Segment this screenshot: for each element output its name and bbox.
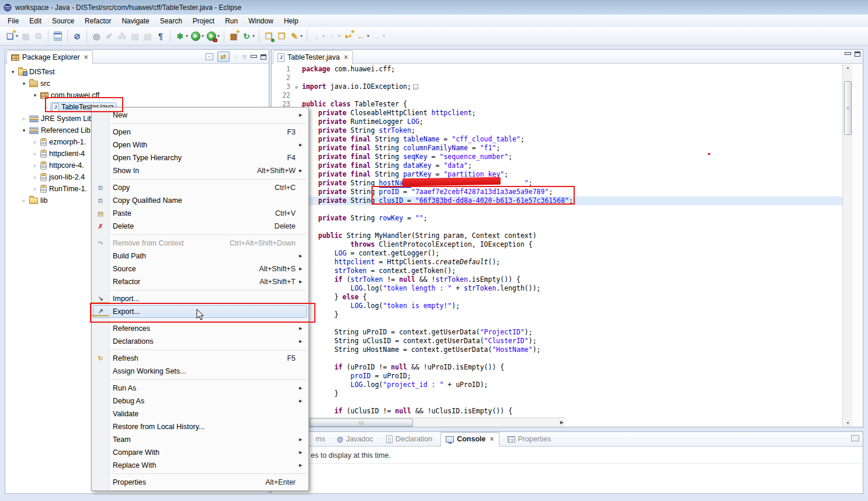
- editor-minimize-icon[interactable]: [845, 51, 850, 57]
- toolbar-button-open-type[interactable]: ❒: [262, 30, 275, 42]
- code-line[interactable]: 24 private CloseableHttpClient httpclien…: [272, 109, 842, 118]
- menubar-item-project[interactable]: Project: [188, 16, 220, 26]
- editor-horizontal-scrollbar[interactable]: ▶: [272, 417, 863, 427]
- menubar-item-edit[interactable]: Edit: [24, 16, 47, 26]
- editor-maximize-icon[interactable]: [855, 51, 860, 57]
- code-line[interactable]: 36 private String rowKey = "";: [272, 214, 842, 223]
- toolbar-button-run[interactable]: ▶▾: [189, 30, 205, 42]
- bottom-tab-console[interactable]: Console×: [440, 432, 499, 447]
- expand-arrow-icon[interactable]: ▹: [32, 139, 38, 145]
- collapsed-region-icon[interactable]: [413, 84, 418, 89]
- close-icon[interactable]: ×: [344, 53, 348, 61]
- horizontal-scroll-thumb[interactable]: [310, 419, 413, 427]
- toolbar-button-print-binary[interactable]: 010: [51, 30, 64, 42]
- code-line[interactable]: 31 private final String partKey = "parti…: [272, 170, 842, 179]
- toolbar-button-new-project-wizard[interactable]: ↻▾: [240, 30, 256, 42]
- menu-item-copy[interactable]: ⧉CopyCtrl+C: [92, 181, 308, 194]
- code-line[interactable]: 51 String uHostName = context.getUserDat…: [272, 345, 842, 354]
- dropdown-caret-icon[interactable]: ▾: [383, 33, 385, 39]
- menu-item-show-in[interactable]: Show InAlt+Shift+W▶: [92, 164, 308, 177]
- menu-item-open-with[interactable]: Open With▶: [92, 139, 308, 151]
- menu-item-paste[interactable]: ▤PasteCtrl+V: [92, 207, 308, 220]
- expand-arrow-icon[interactable]: ▹: [32, 186, 38, 192]
- view-menu-icon[interactable]: ▽: [243, 54, 246, 60]
- editor-tab-tabletester[interactable]: TableTester.java ×: [273, 50, 353, 64]
- menu-item-compare-with[interactable]: Compare With▶: [92, 446, 308, 459]
- bottom-tab-declaration[interactable]: Declaration: [381, 432, 437, 447]
- code-line[interactable]: 26 private String strToken;: [272, 126, 842, 135]
- dropdown-caret-icon[interactable]: ▾: [338, 33, 341, 39]
- menubar-item-run[interactable]: Run: [220, 16, 243, 26]
- collapse-all-icon[interactable]: −: [206, 53, 213, 60]
- close-icon[interactable]: ×: [84, 53, 88, 61]
- dropdown-caret-icon[interactable]: ▾: [186, 33, 188, 39]
- code-line[interactable]: 37: [272, 223, 842, 232]
- editor-vertical-scrollbar[interactable]: ▲ ▼: [842, 64, 852, 427]
- expand-arrow-icon[interactable]: ▹: [32, 151, 38, 157]
- code-line[interactable]: 35: [272, 205, 842, 214]
- scroll-right-icon[interactable]: ▶: [560, 420, 564, 425]
- toolbar-button-new-java-project[interactable]: ▦✦: [227, 30, 240, 42]
- menu-item-assign-working-sets[interactable]: Assign Working Sets...: [92, 365, 308, 378]
- code-line[interactable]: 44 LOG.log("token length : " + strToken.…: [272, 284, 842, 293]
- code-line[interactable]: 40 LOG = context.getLogger();: [272, 249, 842, 258]
- toolbar-button-back[interactable]: ←▾: [355, 30, 370, 42]
- code-line[interactable]: 58 if (uClusID != null && !uClusID.isEmp…: [272, 407, 842, 416]
- menubar-item-window[interactable]: Window: [243, 16, 279, 26]
- code-line[interactable]: 23public class TableTester {: [272, 100, 842, 109]
- tree-item-src[interactable]: ▾src: [5, 78, 269, 89]
- code-line[interactable]: 53 if (uProID != null && !uProID.isEmpty…: [272, 363, 842, 372]
- collapse-arrow-icon[interactable]: ▾: [21, 127, 27, 133]
- bottom-tab-properties[interactable]: Properties: [503, 432, 556, 447]
- menu-item-copy-qualified-name[interactable]: ⧉Copy Qualified Name: [92, 194, 308, 207]
- expand-arrow-icon[interactable]: ▹: [21, 198, 27, 203]
- menubar-item-refactor[interactable]: Refactor: [79, 16, 116, 26]
- menubar-item-file[interactable]: File: [2, 16, 24, 26]
- code-line[interactable]: 25 private RuntimeLogger LOG;: [272, 118, 842, 126]
- code-line[interactable]: 27 private final String tableName = "cff…: [272, 135, 842, 144]
- menubar-item-search[interactable]: Search: [155, 16, 188, 26]
- scroll-up-icon[interactable]: ▲: [843, 64, 853, 71]
- code-line[interactable]: 49 String uProID = context.getUserData("…: [272, 328, 842, 337]
- toolbar-button-show-whitespace[interactable]: ¶: [154, 30, 167, 42]
- code-line[interactable]: 1package com.huawei.cff;: [272, 65, 842, 74]
- toolbar-button-run-external[interactable]: ▶▾: [205, 30, 221, 42]
- menu-item-debug-as[interactable]: Debug As▶: [92, 395, 308, 407]
- code-line[interactable]: 29 private final String seqKey = "sequen…: [272, 153, 842, 161]
- menubar-item-help[interactable]: Help: [279, 16, 304, 26]
- code-line[interactable]: 38 public String MyHandler(String param,…: [272, 232, 842, 240]
- code-line[interactable]: 52: [272, 354, 842, 363]
- menu-item-delete[interactable]: ✗DeleteDelete: [92, 220, 308, 233]
- toolbar-button-new-wizard[interactable]: ❏✦▾: [4, 30, 19, 42]
- collapse-arrow-icon[interactable]: ▾: [21, 81, 27, 87]
- collapse-arrow-icon[interactable]: ▾: [32, 92, 38, 98]
- menu-item-open[interactable]: OpenF3: [92, 126, 308, 139]
- toolbar-button-search-highlighter[interactable]: ✎▾: [288, 30, 304, 42]
- menu-item-build-path[interactable]: Build Path▶: [92, 250, 308, 262]
- code-line[interactable]: 41 httpclient = HttpClients.createDefaul…: [272, 258, 842, 267]
- menu-item-run-as[interactable]: Run As▶: [92, 382, 308, 395]
- menubar-item-source[interactable]: Source: [47, 16, 79, 26]
- menu-item-replace-with[interactable]: Replace With▶: [92, 459, 308, 472]
- tree-item-distest[interactable]: ▾DISTest: [5, 66, 269, 78]
- code-line[interactable]: 30 private final String dataKey = "data"…: [272, 161, 842, 170]
- vertical-scroll-thumb[interactable]: [844, 81, 852, 135]
- toolbar-button-external-tools[interactable]: ◎: [90, 30, 103, 42]
- link-with-editor-icon[interactable]: ⇄: [217, 51, 230, 62]
- dropdown-caret-icon[interactable]: ▾: [367, 33, 369, 39]
- code-editor[interactable]: 1package com.huawei.cff;23⊕import java.i…: [272, 64, 842, 416]
- menu-item-declarations[interactable]: Declarations▶: [92, 335, 308, 348]
- menu-item-validate[interactable]: Validate: [92, 407, 308, 420]
- menu-item-refactor[interactable]: RefactorAlt+Shift+T▶: [92, 275, 308, 288]
- expand-arrow-icon[interactable]: ▹: [21, 116, 27, 122]
- minimize-icon[interactable]: [251, 54, 256, 60]
- menu-item-open-type-hierarchy[interactable]: Open Type HierarchyF4: [92, 151, 308, 164]
- dropdown-caret-icon[interactable]: ▾: [252, 33, 255, 39]
- dropdown-caret-icon[interactable]: ▾: [217, 33, 220, 39]
- code-line[interactable]: 50 String uClusID = context.getUserData(…: [272, 337, 842, 345]
- toolbar-button-skip-all-breakpoints[interactable]: ⊘: [71, 30, 84, 42]
- menu-item-source[interactable]: SourceAlt+Shift+S▶: [92, 262, 308, 275]
- menubar-item-navigate[interactable]: Navigate: [116, 16, 154, 26]
- close-icon[interactable]: ×: [490, 435, 494, 443]
- code-line[interactable]: 22: [272, 91, 842, 100]
